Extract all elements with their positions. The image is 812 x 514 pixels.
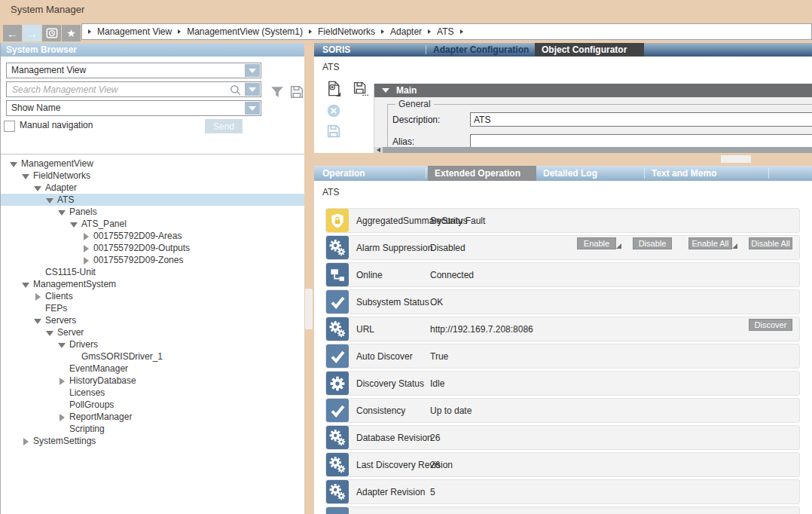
search-input[interactable] (11, 83, 227, 96)
breadcrumb-item[interactable]: Adapter (390, 26, 422, 37)
enable-all-button[interactable]: Enable All (688, 237, 732, 249)
collapse-arrow-icon[interactable] (9, 159, 18, 168)
description-field[interactable] (470, 112, 812, 127)
disable-button[interactable]: Disable (633, 237, 672, 249)
tree-item[interactable]: Server (0, 326, 304, 338)
view-selector-value: Management View (11, 65, 86, 75)
collapse-arrow-icon[interactable] (21, 280, 30, 289)
forward-button[interactable]: → (23, 25, 41, 41)
scrollbar-thumb[interactable] (383, 147, 812, 153)
tree-item[interactable]: CS1115-Unit (0, 266, 304, 278)
discover-button[interactable]: Discover (749, 319, 792, 331)
tree-item[interactable]: ATS (0, 194, 304, 206)
collapse-arrow-icon[interactable] (57, 207, 66, 216)
tree-item[interactable]: Licenses (0, 387, 304, 399)
tree-item[interactable]: EventManager (0, 363, 304, 375)
breadcrumb-item[interactable]: FieldNetworks (318, 26, 375, 37)
tree-indent (57, 388, 66, 397)
tree-item[interactable]: HistoryDatabase (0, 375, 304, 387)
collapse-arrow-icon[interactable] (33, 183, 42, 192)
send-button[interactable]: Send (205, 119, 243, 133)
breadcrumb-item[interactable]: ATS (437, 26, 453, 37)
breadcrumb-arrow-icon (460, 29, 463, 34)
expand-arrow-icon[interactable] (81, 231, 90, 240)
collapse-arrow-icon[interactable] (21, 171, 30, 180)
tree-item[interactable]: FieldNetworks (0, 170, 304, 182)
save-button[interactable] (325, 123, 342, 142)
chevron-down-icon[interactable] (245, 102, 260, 115)
collapse-arrow-icon[interactable] (69, 219, 78, 228)
tree-item[interactable]: ManagementView (0, 158, 304, 170)
breadcrumb-item[interactable]: Management View (97, 26, 172, 37)
property-rows: AggregatedSummaryStatusSecurity FaultAla… (325, 208, 800, 514)
expand-arrow-icon[interactable] (57, 376, 66, 385)
property-label: URL (356, 324, 374, 335)
tree-item[interactable]: ManagementSystem (0, 278, 304, 290)
tree-item-label: FieldNetworks (33, 170, 90, 181)
tab-detailed-log[interactable]: Detailed Log (536, 166, 642, 181)
tree-vertical-scrollbar[interactable] (304, 43, 314, 514)
tree-item[interactable]: SystemSettings (0, 435, 304, 447)
expand-arrow-icon[interactable] (21, 436, 30, 445)
expand-arrow-icon[interactable] (81, 243, 90, 252)
main-section-header[interactable]: Main (374, 84, 812, 97)
expand-arrow-icon[interactable] (33, 292, 42, 301)
new-object-button[interactable] (325, 80, 343, 99)
property-row: Last Discovery Revision26 (325, 452, 800, 477)
cancel-circle-icon (326, 103, 341, 118)
tree-item[interactable]: 001755792D09-Outputs (0, 242, 304, 254)
tree-item[interactable]: 001755792D09-Zones (0, 254, 304, 266)
tab-operation[interactable]: Operation (316, 166, 426, 181)
scrollbar-thumb[interactable] (305, 289, 313, 329)
tree-item[interactable]: Clients (0, 290, 304, 302)
display-mode-dropdown[interactable]: Show Name (6, 100, 261, 116)
tree-item[interactable]: PollGroups (0, 399, 304, 411)
tree-item[interactable]: GmsSORISDriver_1 (0, 350, 304, 363)
general-group-label: General (395, 99, 434, 109)
tree-item[interactable]: Scripting (0, 423, 304, 435)
tab-adapter-configuration[interactable]: Adapter Configuration (426, 43, 535, 57)
tree-item[interactable]: Adapter (0, 182, 304, 194)
check-icon (326, 399, 349, 422)
expand-arrow-icon[interactable] (57, 412, 66, 421)
manual-navigation-checkbox[interactable] (4, 121, 15, 132)
back-button[interactable]: ← (3, 25, 22, 41)
tree-item[interactable]: ATS_Panel (0, 218, 304, 230)
collapse-arrow-icon[interactable] (33, 316, 42, 325)
save-as-button[interactable] (353, 81, 368, 99)
tab-text-and-memo[interactable]: Text and Memo (645, 166, 768, 181)
cancel-button[interactable] (326, 103, 341, 121)
breadcrumb-item[interactable]: ManagementView (System1) (187, 26, 303, 37)
tab-object-configurator[interactable]: Object Configurator (535, 43, 644, 57)
tree-item-label: Panels (69, 207, 97, 217)
collapse-arrow-icon[interactable] (57, 340, 66, 349)
tree-item[interactable]: Drivers (0, 338, 304, 350)
tree-item[interactable]: Panels (0, 206, 304, 218)
property-row: OnlineConnected (325, 262, 800, 287)
chevron-down-icon[interactable] (245, 83, 260, 96)
horizontal-scrollbar[interactable] (374, 147, 812, 153)
tree-item-label: Server (57, 327, 84, 338)
check-icon (326, 507, 349, 514)
expand-arrow-icon[interactable] (81, 255, 90, 265)
splitter-handle[interactable] (721, 155, 751, 163)
tree-item[interactable]: 001755792D09-Areas (0, 230, 304, 242)
tree-indent (69, 352, 78, 361)
chevron-down-icon[interactable] (245, 64, 260, 77)
tree-item[interactable]: Servers (0, 314, 304, 326)
favorites-button[interactable]: ★ (62, 25, 81, 41)
save-filter-button[interactable] (288, 84, 305, 102)
view-selector-dropdown[interactable]: Management View (6, 63, 261, 78)
history-button[interactable] (42, 25, 61, 41)
breadcrumb[interactable]: Management ViewManagementView (System1)F… (81, 23, 812, 40)
scroll-left-icon[interactable] (377, 148, 380, 152)
tree-item[interactable]: FEPs (0, 302, 304, 314)
filter-button[interactable] (269, 84, 285, 102)
collapse-arrow-icon[interactable] (45, 195, 54, 204)
disable-all-button[interactable]: Disable All (749, 237, 792, 249)
pane-title-soris: SORIS (316, 43, 425, 57)
collapse-arrow-icon[interactable] (45, 328, 54, 337)
enable-button[interactable]: Enable (577, 237, 616, 249)
tab-extended-operation[interactable]: Extended Operation (428, 166, 536, 181)
tree-item[interactable]: ReportManager (0, 411, 304, 423)
